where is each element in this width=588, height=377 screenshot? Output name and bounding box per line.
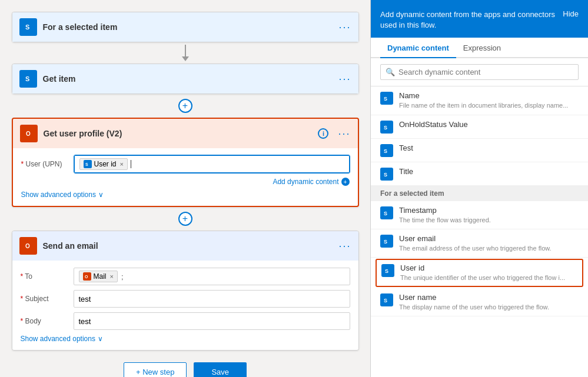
show-advanced-email[interactable]: Show advanced options ∨ (21, 335, 350, 343)
svg-text:S: S (384, 239, 387, 245)
show-advanced-user-profile[interactable]: Show advanced options ∨ (21, 191, 350, 199)
step-for-selected-item: S For a selected item ··· (12, 12, 359, 42)
save-button[interactable]: Save (194, 362, 247, 377)
body-input[interactable]: test (74, 312, 350, 330)
svg-text:O: O (85, 275, 88, 279)
item-name-desc: File name of the item in document librar… (399, 101, 579, 109)
to-input[interactable]: O Mail × ; (74, 268, 350, 285)
step-more-1[interactable]: ··· (338, 21, 351, 34)
mail-token: O Mail × (79, 271, 118, 282)
token-label: User id (94, 160, 117, 168)
mail-token-close[interactable]: × (110, 273, 114, 280)
search-box: 🔍 (380, 64, 579, 80)
user-id-token: S User id × (79, 158, 128, 170)
search-icon: 🔍 (386, 68, 395, 76)
sharepoint-icon-2: S (19, 70, 37, 88)
svg-text:S: S (85, 162, 88, 166)
dynamic-item-user-name[interactable]: S User name The display name of the user… (371, 288, 588, 316)
body-field-row: * Body test (21, 312, 350, 330)
step-header-get-item: S Get item ··· (12, 64, 358, 94)
step-send-email: O Send an email ··· * To O Mail × (12, 231, 359, 351)
dynamic-item-onhold[interactable]: S OnHoldStatus Value (371, 115, 588, 139)
svg-text:S: S (384, 148, 387, 154)
dynamic-item-timestamp[interactable]: S Timestamp The time the flow was trigge… (371, 201, 588, 229)
tab-dynamic-content[interactable]: Dynamic content (380, 38, 456, 58)
info-icon-user-profile[interactable]: i (318, 128, 328, 139)
subject-value: test (79, 295, 91, 303)
item-timestamp-label: Timestamp (399, 206, 579, 215)
add-step-btn-1[interactable]: + (178, 99, 192, 113)
dynamic-item-user-email[interactable]: S User email The email address of the us… (371, 229, 588, 258)
bottom-actions: + New step Save (124, 362, 247, 377)
step-more-3[interactable]: ··· (338, 128, 350, 140)
dynamic-search-area: 🔍 (371, 58, 588, 86)
user-upn-label: * User (UPN) (21, 160, 74, 168)
item-user-email-desc: The email address of the user who trigge… (399, 244, 579, 252)
dynamic-tabs: Dynamic content Expression (371, 38, 588, 58)
item-onhold-label: OnHoldStatus Value (399, 120, 579, 129)
user-upn-input[interactable]: S User id × (74, 155, 350, 173)
dynamic-panel-header: Add dynamic content from the apps and co… (371, 0, 588, 38)
svg-text:S: S (25, 75, 29, 82)
body-label: * Body (21, 317, 74, 325)
dynamic-item-name[interactable]: S Name File name of the item in document… (371, 86, 588, 115)
hide-panel-button[interactable]: Hide (563, 9, 579, 18)
svg-text:S: S (384, 211, 387, 216)
dynamic-item-test[interactable]: S Test (371, 139, 588, 162)
sharepoint-icon-1: S (19, 18, 37, 36)
sp-icon-timestamp: S (380, 206, 393, 219)
mail-token-label: Mail (94, 272, 107, 281)
add-dynamic-plus-icon: + (341, 178, 350, 186)
step-header-user-profile: O Get user profile (V2) i ··· (13, 119, 358, 148)
item-timestamp-desc: The time the flow was triggered. (399, 216, 579, 224)
office-icon-1: O (20, 125, 38, 142)
sp-icon-user-id: S (381, 264, 394, 277)
svg-text:S: S (384, 125, 387, 131)
item-user-id-label: User id (400, 263, 577, 272)
item-user-name-label: User name (399, 293, 579, 302)
svg-text:S: S (385, 268, 388, 274)
item-content-onhold: OnHoldStatus Value (399, 120, 579, 129)
item-user-name-desc: The display name of the user who trigger… (399, 303, 579, 311)
svg-text:S: S (384, 172, 387, 178)
sp-icon-name: S (380, 92, 393, 105)
dynamic-item-user-id[interactable]: S User id The unique identifier of the u… (376, 259, 583, 286)
add-dynamic-btn[interactable]: Add dynamic content + (273, 178, 349, 186)
dynamic-panel-title: Add dynamic content from the apps and co… (380, 9, 556, 31)
item-content-title: Title (399, 167, 579, 176)
step-more-2[interactable]: ··· (338, 73, 351, 85)
add-step-btn-2[interactable]: + (178, 212, 192, 226)
tab-expression[interactable]: Expression (456, 38, 508, 58)
required-star: * (21, 160, 26, 168)
new-step-button[interactable]: + New step (124, 362, 187, 377)
token-close-btn[interactable]: × (120, 161, 124, 168)
to-label: * To (21, 272, 74, 281)
section-header-selected-item: For a selected item (371, 186, 588, 201)
svg-text:S: S (384, 298, 387, 303)
svg-text:O: O (26, 131, 31, 137)
svg-text:S: S (384, 96, 387, 102)
token-office-icon: O (83, 272, 91, 281)
sp-icon-user-name: S (380, 293, 393, 306)
connector-1 (182, 45, 189, 61)
office-icon-2: O (19, 237, 37, 255)
search-input[interactable] (398, 68, 573, 76)
item-title-label: Title (399, 167, 579, 176)
subject-field-row: * Subject test (21, 290, 350, 308)
dynamic-item-title[interactable]: S Title (371, 162, 588, 186)
item-content-user-id: User id The unique identifier of the use… (400, 263, 577, 282)
step-get-item: S Get item ··· (12, 64, 359, 94)
item-name-label: Name (399, 91, 579, 100)
to-field-row: * To O Mail × ; (21, 268, 350, 285)
add-dynamic-label: Add dynamic content (273, 178, 338, 186)
sp-icon-user-email: S (380, 235, 393, 248)
step-more-4[interactable]: ··· (338, 240, 351, 252)
item-user-id-desc: The unique identifier of the user who tr… (400, 273, 577, 282)
subject-input[interactable]: test (74, 290, 350, 308)
text-cursor (131, 160, 131, 168)
item-content-user-name: User name The display name of the user w… (399, 293, 579, 311)
svg-text:S: S (25, 24, 29, 31)
chevron-down-icon: ∨ (98, 191, 104, 199)
step-body-user-profile: * User (UPN) S User id × Add dynamic con… (13, 148, 358, 206)
step-title-user-profile: Get user profile (V2) (44, 129, 318, 138)
